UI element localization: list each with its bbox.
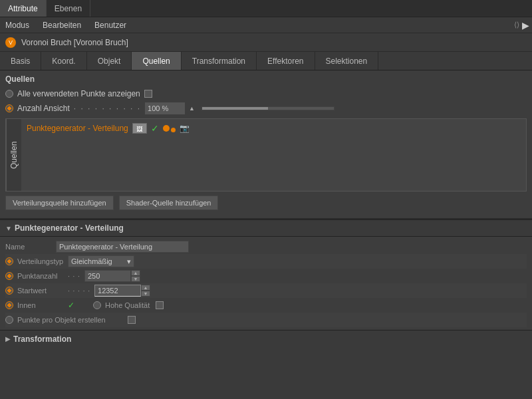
anzahl-ansicht-row: Anzahl Ansicht · · · · · · · · · · ▲ <box>5 101 527 116</box>
tab-effektoren[interactable]: Effektoren <box>257 52 315 70</box>
tab-quellen[interactable]: Quellen <box>132 52 181 70</box>
transformation-collapse-icon[interactable]: ▶ <box>5 335 11 342</box>
punktanzahl-down[interactable]: ▼ <box>131 276 140 282</box>
punktanzahl-label: Punktanzahl <box>17 272 64 280</box>
quellen-content: Quellen Alle verwendeten Punkte anzeigen… <box>0 70 532 218</box>
tab-ebenen[interactable]: Ebenen <box>47 0 90 17</box>
orange-dots-group <box>163 125 176 132</box>
punktanzahl-input-group: ▲ ▼ <box>84 270 140 282</box>
name-row: Name <box>5 239 527 254</box>
startwert-up[interactable]: ▲ <box>141 285 150 291</box>
punktanzahl-row: Punktanzahl · · · ▲ ▼ <box>5 269 527 283</box>
verteilungstyp-row: Verteilungstyp Gleichmäßig ▾ <box>5 254 527 269</box>
alle-punkte-label: Alle verwendeten Punkte anzeigen <box>17 89 140 98</box>
innen-check: ✓ <box>68 301 74 310</box>
progress-fill <box>202 107 268 110</box>
verteilungstyp-label: Verteilungstyp <box>17 257 64 265</box>
menu-bearbeiten[interactable]: Bearbeiten <box>40 19 84 31</box>
innen-hohe-row: Innen ✓ Hohe Qualität <box>5 298 527 313</box>
orange-dot-1 <box>163 125 170 132</box>
add-shader-quelle-btn[interactable]: Shader-Quelle hinzufügen <box>119 196 219 210</box>
menu-icon-left: ⟨⟩ <box>514 21 519 29</box>
orange-dot-2 <box>171 128 176 132</box>
menu-benutzer[interactable]: Benutzer <box>92 19 129 31</box>
punktegenerator-form: Name Verteilungstyp Gleichmäßig ▾ Punkta… <box>0 237 532 330</box>
startwert-row: Startwert · · · · · ▲ ▼ <box>5 283 527 298</box>
alle-punkte-checkbox[interactable] <box>144 90 152 98</box>
transformation-label: Transformation <box>13 334 71 344</box>
anzahl-input[interactable] <box>145 102 185 114</box>
menu-arrow: ▶ <box>522 20 529 31</box>
startwert-spinner: ▲ ▼ <box>141 285 150 297</box>
startwert-radio[interactable] <box>5 287 13 295</box>
anzahl-dots: · · · · · · · · · · <box>74 104 141 113</box>
source-name: Punktegenerator - Verteilung <box>27 124 128 133</box>
menu-icons: ⟨⟩ ▶ <box>514 20 529 31</box>
anzahl-radio[interactable] <box>5 104 13 112</box>
tab-objekt[interactable]: Objekt <box>87 52 132 70</box>
tab-attribute[interactable]: Attribute <box>0 0 47 17</box>
punkte-radio[interactable] <box>5 316 13 324</box>
name-label: Name <box>5 243 52 251</box>
tab-transformation[interactable]: Transformation <box>182 52 257 70</box>
check-icon: ✓ <box>151 123 159 134</box>
punktanzahl-dots: · · · <box>68 273 80 280</box>
menu-modus[interactable]: Modus <box>3 19 32 31</box>
tab-basis[interactable]: Basis <box>0 52 41 70</box>
startwert-dots: · · · · · <box>68 287 90 295</box>
anzahl-spinner-up[interactable]: ▲ <box>189 105 195 112</box>
quellen-inner: Punktegenerator - Verteilung 🖼 ✓ 📷 <box>21 119 526 191</box>
add-verteilungsquelle-btn[interactable]: Verteilungsquelle hinzufügen <box>5 196 114 210</box>
quellen-box: Quellen Punktegenerator - Verteilung 🖼 ✓… <box>5 118 527 192</box>
verteilungstyp-dropdown[interactable]: Gleichmäßig ▾ <box>68 255 134 267</box>
punkte-objekt-row: Punkte pro Objekt erstellen <box>5 313 527 327</box>
object-icon: V <box>5 37 16 48</box>
innen-radio[interactable] <box>5 301 13 309</box>
hohe-label: Hohe Qualität <box>105 301 152 309</box>
startwert-label: Startwert <box>17 287 64 295</box>
alle-punkte-row: Alle verwendeten Punkte anzeigen <box>5 86 527 101</box>
quellen-section-title: Quellen <box>5 74 527 84</box>
punktegenerator-section-header: ▼ Punktegenerator - Verteilung <box>0 219 532 237</box>
top-tab-bar: Attribute Ebenen <box>0 0 532 17</box>
anzahl-label: Anzahl Ansicht <box>17 104 70 113</box>
collapse-icon[interactable]: ▼ <box>5 225 12 232</box>
name-input[interactable] <box>56 241 189 253</box>
startwert-input[interactable] <box>94 285 141 297</box>
punkte-label: Punkte pro Objekt erstellen <box>17 316 124 324</box>
startwert-input-group: ▲ ▼ <box>94 285 150 297</box>
punktanzahl-radio[interactable] <box>5 272 13 280</box>
title-bar: V Voronoi Bruch [Voronoi Bruch] <box>0 33 532 52</box>
source-image-icon: 🖼 <box>132 123 147 134</box>
innen-label: Innen <box>17 301 64 309</box>
transformation-section[interactable]: ▶ Transformation <box>0 330 532 347</box>
section-tabs: Basis Koord. Objekt Quellen Transformati… <box>0 52 532 70</box>
punktanzahl-spinner: ▲ ▼ <box>131 270 140 282</box>
title-text: Voronoi Bruch [Voronoi Bruch] <box>21 38 128 47</box>
tab-selektionen[interactable]: Selektionen <box>315 52 379 70</box>
quellen-side-label: Quellen <box>6 119 21 191</box>
punktegenerator-label: Punktegenerator - Verteilung <box>15 223 124 233</box>
source-item[interactable]: Punktegenerator - Verteilung 🖼 ✓ 📷 <box>24 122 523 135</box>
dropdown-arrow: ▾ <box>127 257 131 266</box>
punkte-checkbox[interactable] <box>128 316 136 324</box>
hohe-radio[interactable] <box>93 301 101 309</box>
verteilungstyp-radio[interactable] <box>5 257 13 265</box>
punktanzahl-input[interactable] <box>84 270 131 282</box>
btn-row: Verteilungsquelle hinzufügen Shader-Quel… <box>5 196 527 210</box>
progress-bar <box>201 106 334 110</box>
alle-punkte-radio[interactable] <box>5 90 13 98</box>
tab-koord[interactable]: Koord. <box>41 52 86 70</box>
menu-bar: Modus Bearbeiten Benutzer ⟨⟩ ▶ <box>0 17 532 33</box>
startwert-down[interactable]: ▼ <box>141 291 150 297</box>
camera-icon: 📷 <box>180 124 190 133</box>
punktanzahl-up[interactable]: ▲ <box>131 270 140 276</box>
hohe-checkbox[interactable] <box>156 301 164 309</box>
